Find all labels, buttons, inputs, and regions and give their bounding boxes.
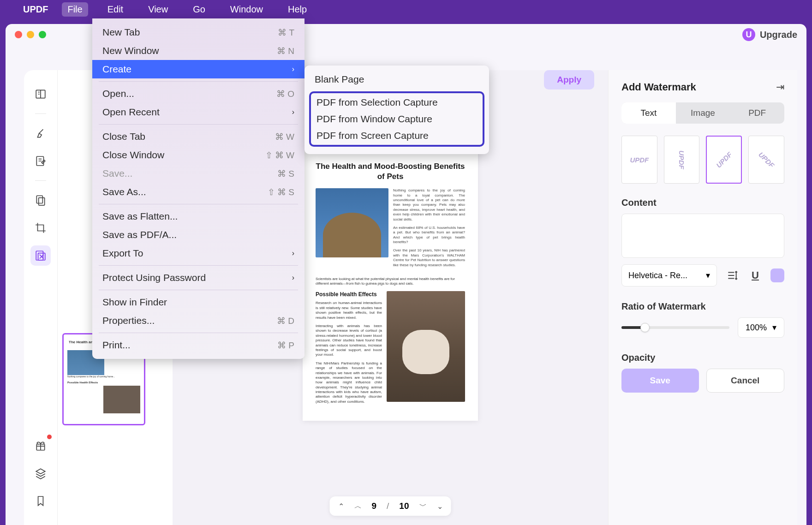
menu-save-pdfa[interactable]: Save as PDF/A... <box>92 226 304 244</box>
menu-close-window[interactable]: Close Window⇧ ⌘ W <box>92 146 304 164</box>
menu-save-flatten[interactable]: Save as Flatten... <box>92 207 304 226</box>
wm-preview-horizontal[interactable]: UPDF <box>621 136 657 184</box>
menu-create[interactable]: Create› <box>92 60 304 78</box>
ratio-value-select[interactable]: 100% ▾ <box>738 317 784 338</box>
separator <box>99 333 298 333</box>
cancel-button[interactable]: Cancel <box>706 369 785 393</box>
wm-preview-vertical[interactable]: UPDF <box>664 136 700 184</box>
tab-image[interactable]: Image <box>676 102 730 124</box>
separator <box>99 124 298 125</box>
collapse-panel-icon[interactable]: ⇥ <box>776 81 784 93</box>
menu-show-finder[interactable]: Show in Finder <box>92 293 304 311</box>
watermark-previews: UPDF UPDF UPDF UPDF <box>621 136 784 184</box>
reader-tool[interactable] <box>30 84 51 104</box>
watermark-panel: Add Watermark ⇥ Text Image PDF UPDF UPDF… <box>608 70 797 525</box>
menubar-go[interactable]: Go <box>187 2 211 17</box>
opacity-label: Opacity <box>621 352 784 363</box>
svg-rect-2 <box>36 196 42 203</box>
submenu-screen-capture[interactable]: PDF from Screen Capture <box>311 127 483 144</box>
ratio-label: Ratio of Watermark <box>621 301 784 312</box>
chevron-right-icon: › <box>292 274 294 282</box>
capture-highlight-box: PDF from Selection Capture PDF from Wind… <box>309 91 484 147</box>
upgrade-button[interactable]: U Upgrade <box>742 28 797 41</box>
apply-button[interactable]: Apply <box>544 70 594 89</box>
organize-tool[interactable] <box>30 190 51 210</box>
panel-title: Add Watermark <box>621 81 696 93</box>
crop-tool[interactable] <box>30 218 51 238</box>
minimize-window-button[interactable] <box>27 31 34 38</box>
cat-image-icon <box>316 188 388 257</box>
menu-properties[interactable]: Properties...⌘ D <box>92 311 304 330</box>
comment-tool[interactable] <box>30 123 51 143</box>
prev-page-button[interactable]: ︿ <box>354 501 362 511</box>
wm-preview-diagonal-up[interactable]: UPDF <box>706 136 742 184</box>
separator <box>99 81 298 82</box>
svg-rect-3 <box>39 198 45 205</box>
notification-dot-icon <box>47 435 52 439</box>
ratio-slider[interactable] <box>621 326 729 329</box>
thumbnail-image-icon <box>103 386 140 413</box>
maximize-window-button[interactable] <box>39 31 46 38</box>
dogs-image-icon <box>387 291 465 402</box>
page-navigation: ⌃ ︿ 9 / 10 ﹀ ⌄ <box>330 496 451 516</box>
page-heading: The Health and Mood-Boosting Benefits of… <box>316 161 465 182</box>
separator <box>35 180 46 181</box>
next-page-button[interactable]: ﹀ <box>419 501 427 511</box>
watermark-tool[interactable] <box>30 245 51 266</box>
menu-print[interactable]: Print...⌘ P <box>92 336 304 354</box>
traffic-lights <box>15 31 46 38</box>
last-page-button[interactable]: ⌄ <box>437 502 443 511</box>
menu-export-to[interactable]: Export To› <box>92 244 304 262</box>
wm-preview-diagonal-down[interactable]: UPDF <box>748 136 784 184</box>
left-toolbar <box>24 70 57 525</box>
file-menu: New Tab⌘ T New Window⌘ N Create› Open...… <box>92 18 304 359</box>
chevron-right-icon: › <box>292 65 294 73</box>
menubar-app-name[interactable]: UPDF <box>23 4 48 15</box>
upgrade-label: Upgrade <box>760 30 797 40</box>
separator <box>99 290 298 290</box>
tab-pdf[interactable]: PDF <box>730 102 784 124</box>
menubar-window[interactable]: Window <box>225 2 269 17</box>
menubar-file[interactable]: File <box>62 2 88 17</box>
layers-tool[interactable] <box>30 463 51 483</box>
dropdown-arrow-icon: ▾ <box>706 270 710 280</box>
font-select[interactable]: Helvetica - Re... ▾ <box>621 264 717 286</box>
menu-open[interactable]: Open...⌘ O <box>92 84 304 103</box>
save-button[interactable]: Save <box>621 369 699 393</box>
current-page[interactable]: 9 <box>372 501 377 511</box>
system-menubar: UPDF File Edit View Go Window Help <box>0 0 812 18</box>
menu-save-as[interactable]: Save As...⇧ ⌘ S <box>92 183 304 201</box>
watermark-content-input[interactable] <box>621 214 784 258</box>
total-pages: 10 <box>399 501 409 511</box>
menu-open-recent[interactable]: Open Recent› <box>92 103 304 121</box>
line-spacing-icon[interactable] <box>724 268 740 283</box>
edit-tool[interactable] <box>30 151 51 171</box>
watermark-type-tabs: Text Image PDF <box>621 102 784 124</box>
content-label: Content <box>621 197 784 208</box>
submenu-blank-page[interactable]: Blank Page <box>304 70 489 89</box>
menu-close-tab[interactable]: Close Tab⌘ W <box>92 127 304 146</box>
page-view[interactable]: The Health and Mood-Boosting Benefits of… <box>303 149 478 421</box>
menu-new-window[interactable]: New Window⌘ N <box>92 42 304 60</box>
tab-text[interactable]: Text <box>621 102 676 124</box>
upgrade-badge-icon: U <box>742 28 755 41</box>
page-separator: / <box>387 501 389 511</box>
close-window-button[interactable] <box>15 31 22 38</box>
submenu-window-capture[interactable]: PDF from Window Capture <box>311 111 483 127</box>
create-submenu: Blank Page PDF from Selection Capture PD… <box>304 66 489 154</box>
separator <box>99 265 298 266</box>
menu-protect[interactable]: Protect Using Password› <box>92 268 304 287</box>
gift-tool[interactable] <box>30 436 51 456</box>
menubar-view[interactable]: View <box>143 2 173 17</box>
menubar-edit[interactable]: Edit <box>102 2 129 17</box>
menu-save[interactable]: Save...⌘ S <box>92 164 304 183</box>
submenu-selection-capture[interactable]: PDF from Selection Capture <box>311 94 483 111</box>
underline-icon[interactable]: U <box>747 268 763 283</box>
dropdown-arrow-icon: ▾ <box>772 322 776 333</box>
color-picker[interactable] <box>770 268 784 282</box>
menubar-help[interactable]: Help <box>282 2 312 17</box>
separator <box>99 204 298 204</box>
bookmark-tool[interactable] <box>30 491 51 511</box>
first-page-button[interactable]: ⌃ <box>338 502 344 511</box>
menu-new-tab[interactable]: New Tab⌘ T <box>92 23 304 42</box>
